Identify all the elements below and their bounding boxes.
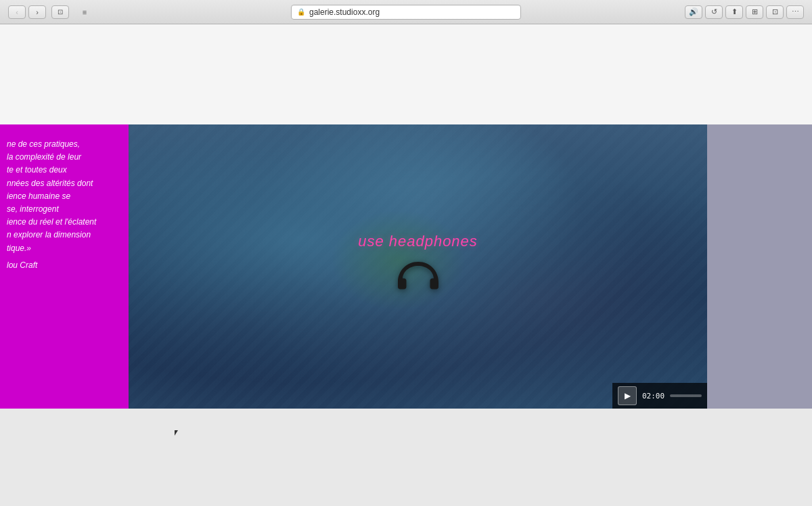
magenta-sidebar: ne de ces pratiques, la complexité de le… xyxy=(0,124,129,409)
pip-button[interactable]: ⊡ xyxy=(766,5,784,19)
share-button[interactable]: ⬆ xyxy=(725,5,743,19)
audio-button[interactable]: 🔊 xyxy=(685,5,702,19)
headphones-icon xyxy=(394,258,442,301)
page-strip: ne de ces pratiques, la complexité de le… xyxy=(0,124,812,409)
video-controls: ▶ 02:00 xyxy=(612,383,707,409)
lock-icon: 🔒 xyxy=(297,8,305,16)
address-bar-container: 🔒 galerie.studioxx.org xyxy=(291,5,521,20)
time-display: 02:00 xyxy=(642,392,664,400)
main-content: ne de ces pratiques, la complexité de le… xyxy=(0,24,812,506)
play-button[interactable]: ▶ xyxy=(618,386,637,405)
tab-button[interactable]: ⊡ xyxy=(51,5,69,19)
video-container[interactable]: use headphones ▶ 02:00 xyxy=(129,124,707,409)
sidebar-author: lou Craft xyxy=(7,260,122,270)
back-button[interactable]: ‹ xyxy=(8,5,26,19)
browser-right-controls: 🔊 ↺ ⬆ ⊞ ⊡ ⋯ xyxy=(685,5,804,19)
use-headphones-text: use headphones xyxy=(358,233,478,250)
white-area xyxy=(0,24,812,124)
sidebar-button[interactable]: ⊞ xyxy=(746,5,763,19)
video-content: use headphones xyxy=(129,124,707,409)
sidebar-text: ne de ces pratiques, la complexité de le… xyxy=(7,138,122,255)
nav-buttons: ‹ › xyxy=(8,5,46,19)
hamburger-menu[interactable]: ≡ xyxy=(77,5,92,19)
refresh-button[interactable]: ↺ xyxy=(705,5,723,19)
more-button[interactable]: ⋯ xyxy=(786,5,804,19)
bottom-area xyxy=(0,409,812,506)
browser-chrome: ‹ › ⊡ ≡ 🔒 galerie.studioxx.org 🔊 ↺ ⬆ ⊞ ⊡… xyxy=(0,0,812,24)
url-text: galerie.studioxx.org xyxy=(309,7,380,17)
right-column xyxy=(707,124,812,409)
forward-button[interactable]: › xyxy=(28,5,46,19)
cursor xyxy=(175,430,185,441)
address-bar[interactable]: 🔒 galerie.studioxx.org xyxy=(291,5,521,20)
progress-bar[interactable] xyxy=(670,394,702,397)
